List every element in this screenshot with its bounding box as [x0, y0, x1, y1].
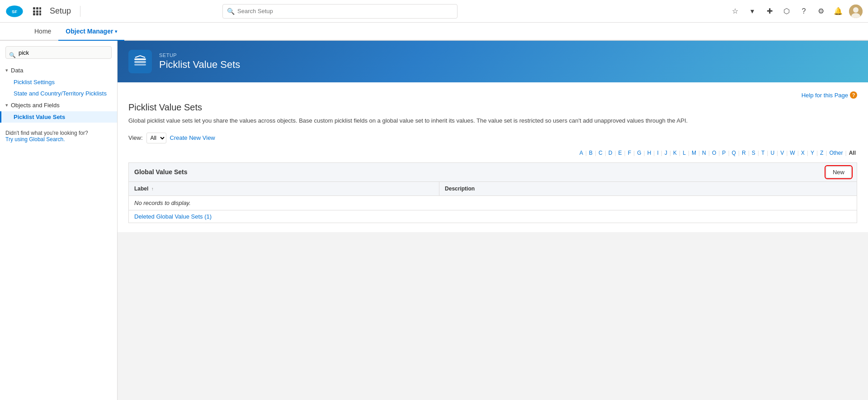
table-row-no-records: No records to display.: [129, 195, 857, 210]
setup-label-banner: SETUP: [159, 52, 240, 58]
svg-rect-4: [39, 7, 41, 10]
alpha-W[interactable]: W: [788, 149, 796, 157]
alpha-S[interactable]: S: [750, 149, 757, 157]
alpha-U[interactable]: U: [769, 149, 776, 157]
alpha-K[interactable]: K: [672, 149, 678, 157]
alpha-M[interactable]: M: [690, 149, 698, 157]
sidebar-search-icon: 🔍: [9, 52, 16, 58]
object-manager-chevron: ▾: [115, 29, 117, 34]
picklist-main-title: Picklist Value Sets: [128, 102, 857, 113]
section-arrow-objects: ▾: [5, 102, 8, 108]
search-input[interactable]: [222, 4, 458, 19]
favorites-icon[interactable]: ☆: [729, 5, 741, 18]
sidebar-item-picklist-settings[interactable]: Picklist Settings: [0, 76, 117, 88]
sidebar-section-data[interactable]: ▾ Data: [0, 64, 117, 76]
svg-rect-5: [33, 10, 35, 13]
sidebar-footer: Didn't find what you're looking for? Try…: [0, 123, 117, 150]
svg-rect-14: [134, 58, 146, 60]
help-question-icon: ?: [850, 91, 857, 99]
main-content: Help for this Page ? Picklist Value Sets…: [118, 82, 868, 232]
view-select[interactable]: All: [146, 133, 166, 143]
alpha-G[interactable]: G: [636, 149, 642, 157]
svg-rect-6: [36, 10, 38, 13]
table-header: Label ↑ Description: [129, 181, 857, 195]
new-button[interactable]: New: [826, 167, 851, 178]
alpha-T[interactable]: T: [760, 149, 766, 157]
sidebar: 🔍 ▾ Data Picklist Settings State and Cou…: [0, 41, 118, 400]
sidebar-search-container: 🔍: [0, 46, 117, 64]
settings-icon[interactable]: ⚙: [815, 5, 827, 18]
alpha-Y[interactable]: Y: [809, 149, 816, 157]
svg-text:SF: SF: [12, 10, 17, 14]
sidebar-section-objects[interactable]: ▾ Objects and Fields: [0, 99, 117, 111]
col-description: Description: [439, 181, 857, 195]
create-new-view-link[interactable]: Create New View: [170, 134, 215, 141]
global-search: 🔍: [222, 4, 458, 19]
favorites-dropdown-icon[interactable]: ▾: [746, 5, 759, 18]
section-label-data: Data: [11, 67, 23, 74]
salesforce-logo: SF: [5, 2, 24, 20]
svg-rect-16: [134, 64, 146, 66]
alpha-Q[interactable]: Q: [731, 149, 737, 157]
deleted-global-value-sets-link[interactable]: Deleted Global Value Sets (1): [128, 210, 857, 223]
svg-rect-3: [36, 7, 38, 10]
section-label-objects: Objects and Fields: [11, 102, 60, 109]
alpha-P[interactable]: P: [721, 149, 727, 157]
apps-icon[interactable]: [31, 5, 43, 18]
alpha-B[interactable]: B: [588, 149, 594, 157]
table-section-title: Global Value Sets: [134, 168, 188, 176]
content-area: SETUP Picklist Value Sets Help for this …: [118, 41, 868, 400]
alpha-L[interactable]: L: [681, 149, 687, 157]
alpha-V[interactable]: V: [779, 149, 785, 157]
alpha-Z[interactable]: Z: [819, 149, 825, 157]
svg-rect-8: [33, 13, 35, 15]
alpha-All[interactable]: All: [848, 149, 857, 157]
page-header-banner: SETUP Picklist Value Sets: [118, 41, 868, 82]
view-bar: View: All Create New View: [128, 133, 857, 143]
sidebar-item-picklist-value-sets[interactable]: Picklist Value Sets: [0, 111, 117, 123]
home-tab[interactable]: Home: [27, 23, 58, 41]
global-search-link[interactable]: Try using Global Search.: [5, 136, 65, 143]
svg-rect-7: [39, 10, 41, 13]
help-link-area: Help for this Page ?: [128, 91, 857, 99]
alpha-D[interactable]: D: [607, 149, 614, 157]
svg-rect-2: [33, 7, 35, 10]
alpha-E[interactable]: E: [617, 149, 623, 157]
section-arrow-data: ▾: [5, 67, 8, 73]
table-header-row: Global Value Sets New: [128, 162, 857, 181]
no-records-text: No records to display.: [129, 195, 857, 210]
object-manager-tab[interactable]: Object Manager ▾: [58, 23, 124, 41]
col-label: Label ↑: [129, 181, 439, 195]
alpha-X[interactable]: X: [800, 149, 806, 157]
help-for-page-link[interactable]: Help for this Page ?: [802, 91, 857, 99]
alpha-C[interactable]: C: [597, 149, 604, 157]
sort-icon-label: ↑: [151, 186, 154, 191]
view-label: View:: [128, 134, 143, 141]
help-icon[interactable]: ?: [797, 5, 810, 18]
sidebar-search-input[interactable]: [5, 46, 112, 59]
svg-rect-9: [36, 13, 38, 15]
page-header-icon: [128, 50, 152, 73]
avatar[interactable]: [849, 5, 863, 18]
feedback-icon[interactable]: ⬡: [780, 5, 793, 18]
alpha-F[interactable]: F: [627, 149, 632, 157]
second-navigation: Home Object Manager ▾: [0, 23, 868, 41]
global-value-sets-table: Label ↑ Description No records to displa…: [128, 181, 857, 210]
setup-label: Setup: [50, 6, 71, 16]
alpha-N[interactable]: N: [701, 149, 708, 157]
nav-search-icon: 🔍: [227, 8, 235, 15]
alpha-R[interactable]: R: [741, 149, 747, 157]
alpha-H[interactable]: H: [646, 149, 653, 157]
add-icon[interactable]: ✚: [763, 5, 776, 18]
alpha-O[interactable]: O: [711, 149, 717, 157]
svg-rect-15: [134, 61, 146, 63]
nav-right-icons: ☆ ▾ ✚ ⬡ ? ⚙ 🔔: [729, 5, 863, 18]
notifications-icon[interactable]: 🔔: [832, 5, 844, 18]
main-layout: 🔍 ▾ Data Picklist Settings State and Cou…: [0, 41, 868, 400]
alpha-I[interactable]: I: [656, 149, 660, 157]
alpha-J[interactable]: J: [663, 149, 669, 157]
top-navigation: SF Setup 🔍 ☆ ▾ ✚ ⬡ ? ⚙ 🔔: [0, 0, 868, 23]
alpha-A[interactable]: A: [578, 149, 585, 157]
sidebar-item-state-country[interactable]: State and Country/Territory Picklists: [0, 88, 117, 99]
alpha-Other[interactable]: Other: [828, 149, 844, 157]
